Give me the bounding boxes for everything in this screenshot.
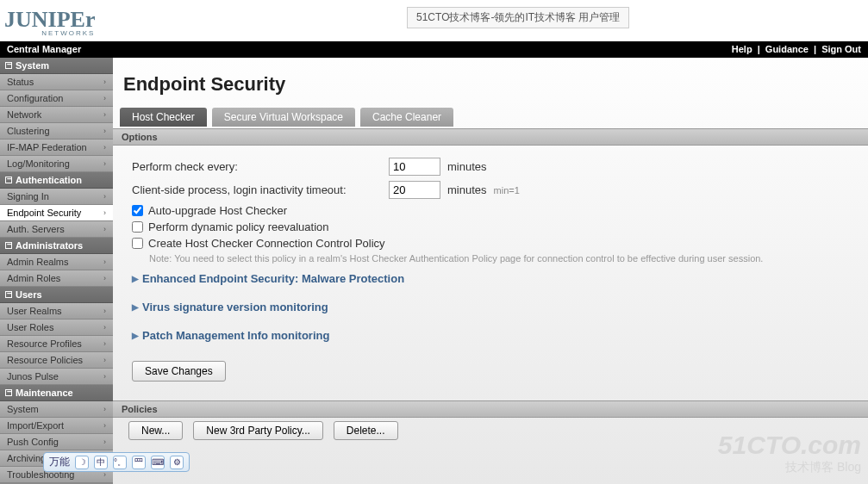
signout-link[interactable]: Sign Out [821,44,861,54]
gear-icon[interactable]: ⚙ [170,456,184,469]
chevron-right-icon: ▶ [132,302,139,312]
sidebar-item-resource-profiles[interactable]: Resource Profiles› [0,336,113,352]
sidebar-item-junos-pulse[interactable]: Junos Pulse› [0,369,113,385]
new-button[interactable]: New... [128,421,183,440]
timeout-label: Client-side process, login inactivity ti… [132,183,382,196]
chevron-right-icon: ▶ [132,274,139,283]
collapse-icon [5,177,12,183]
chevron-right-icon: › [103,94,106,102]
help-link[interactable]: Help [732,44,752,54]
timeout-unit: minutes [447,183,487,196]
expander-malware[interactable]: ▶ Enhanced Endpoint Security: Malware Pr… [132,272,849,285]
chevron-right-icon: › [103,274,106,282]
keyboard-icon[interactable]: ⌨ [151,456,165,469]
app-bar: Central Manager Help | Guidance | Sign O… [0,41,868,58]
chevron-right-icon: › [103,143,106,152]
new-3rdparty-button[interactable]: New 3rd Party Policy... [193,421,322,440]
logo: JUNIPEr NETWORKS [4,7,95,37]
tabs: Host CheckerSecure Virtual WorkspaceCach… [113,108,868,127]
chevron-right-icon: › [103,192,106,201]
sidebar: SystemStatus›Configuration›Network›Clust… [0,58,113,484]
expander-patch[interactable]: ▶ Patch Management Info monitoring [132,329,849,342]
sidebar-item-if-map-federation[interactable]: IF-MAP Federation› [0,140,113,156]
chevron-right-icon: › [103,258,106,266]
conn-control-checkbox[interactable] [132,238,143,249]
sidebar-item-system[interactable]: System› [0,401,113,418]
chevron-right-icon: › [103,372,106,381]
sidebar-item-log-monitoring[interactable]: Log/Monitoring› [0,156,113,172]
chevron-right-icon: › [103,405,106,413]
sidebar-item-admin-realms[interactable]: Admin Realms› [0,254,113,270]
sidebar-group-header[interactable]: Users [0,287,113,303]
dynamic-policy-checkbox[interactable] [132,221,143,233]
content: Endpoint Security Host CheckerSecure Vir… [113,58,868,484]
sidebar-item-push-config[interactable]: Push Config› [0,434,113,450]
top-badge: 51CTO技术博客-领先的IT技术博客 用户管理 [407,7,629,28]
perform-check-label: Perform check every: [132,160,382,173]
chevron-right-icon: ▶ [132,331,139,340]
sidebar-item-import-export[interactable]: Import/Export› [0,418,113,434]
collapse-icon [5,242,12,249]
perform-check-input[interactable] [389,158,440,176]
watermark: 51CTO.com 技术博客 Blog [718,431,861,475]
sidebar-item-status[interactable]: Status› [0,74,113,90]
tab-secure-virtual-workspace[interactable]: Secure Virtual Workspace [212,108,355,127]
guidance-link[interactable]: Guidance [765,44,809,54]
sidebar-group-header[interactable]: Administrators [0,238,113,254]
chevron-right-icon: › [103,339,106,348]
delete-button[interactable]: Delete... [334,421,398,440]
tab-host-checker[interactable]: Host Checker [120,108,207,127]
auto-upgrade-checkbox[interactable] [132,205,143,216]
chevron-right-icon: › [103,159,106,168]
chevron-right-icon: › [103,208,106,217]
conn-control-note: Note: You need to select this policy in … [149,253,849,264]
chevron-right-icon: › [103,110,106,119]
chevron-right-icon: › [103,421,106,430]
float-label: 万能 [49,455,70,469]
chevron-right-icon: › [103,225,106,233]
section-options: Options [113,128,868,146]
moon-icon[interactable]: ☽ [75,456,89,469]
save-button[interactable]: Save Changes [132,361,226,382]
sidebar-item-clustering[interactable]: Clustering› [0,123,113,140]
auto-upgrade-label: Auto-upgrade Host Checker [148,204,287,217]
chevron-right-icon: › [103,307,106,315]
section-policies: Policies [113,400,868,418]
char-icon[interactable]: 中 [94,456,108,469]
collapse-icon [5,389,12,396]
chevron-right-icon: › [103,127,106,135]
conn-control-label: Create Host Checker Connection Control P… [148,237,385,250]
chevron-right-icon: › [103,323,106,332]
collapse-icon [5,62,12,69]
timeout-hint: min=1 [494,185,520,195]
sidebar-item-network[interactable]: Network› [0,107,113,123]
sidebar-group-header[interactable]: Maintenance [0,385,113,401]
dynamic-policy-label: Perform dynamic policy reevaluation [148,220,329,233]
expander-virus[interactable]: ▶ Virus signature version monitoring [132,301,849,313]
sidebar-item-user-realms[interactable]: User Realms› [0,303,113,320]
sidebar-item-signing-in[interactable]: Signing In› [0,189,113,205]
chevron-right-icon: › [103,437,106,446]
sidebar-item-admin-roles[interactable]: Admin Roles› [0,270,113,287]
page-title: Endpoint Security [113,58,868,108]
chevron-right-icon: › [103,356,106,364]
chevron-right-icon: › [103,78,106,86]
timeout-input[interactable] [389,181,440,199]
float-toolbar[interactable]: 万能 ☽ 中 °。 罒 ⌨ ⚙ [43,452,190,472]
sidebar-item-auth-servers[interactable]: Auth. Servers› [0,221,113,238]
tab-cache-cleaner[interactable]: Cache Cleaner [360,108,453,127]
sidebar-item-endpoint-security[interactable]: Endpoint Security› [0,205,113,221]
collapse-icon [5,291,12,298]
sidebar-item-user-roles[interactable]: User Roles› [0,320,113,336]
sidebar-group-header[interactable]: Authentication [0,172,113,189]
sidebar-item-configuration[interactable]: Configuration› [0,90,113,107]
app-title: Central Manager [7,41,81,58]
perform-check-unit: minutes [447,160,487,173]
grid-icon[interactable]: 罒 [132,456,146,469]
sidebar-group-header[interactable]: System [0,58,113,74]
degree-icon[interactable]: °。 [113,456,127,469]
sidebar-item-resource-policies[interactable]: Resource Policies› [0,352,113,369]
